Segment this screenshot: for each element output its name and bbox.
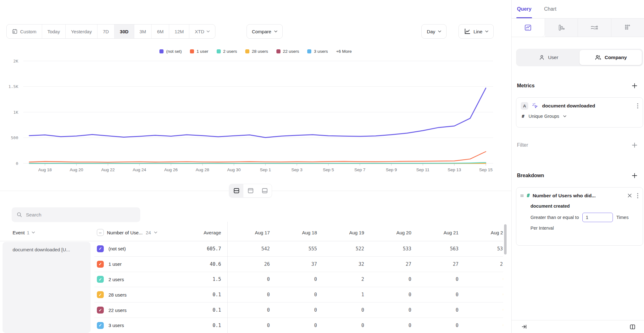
chart-type-dropdown[interactable]: Line: [458, 24, 494, 39]
series-cell: ✓22 users0.1: [94, 307, 227, 314]
arrow-to-right-icon: [521, 324, 527, 330]
value-cell: 0: [463, 307, 503, 313]
condition-value-input[interactable]: [582, 213, 613, 222]
series-line: [29, 152, 486, 162]
range-3m[interactable]: 3M: [134, 25, 152, 38]
scope-company[interactable]: Company: [580, 50, 642, 65]
series-checkbox[interactable]: ✓: [97, 322, 104, 329]
number-type-icon: #: [522, 114, 525, 119]
series-average: 0.1: [213, 323, 227, 328]
series-checkbox[interactable]: ✓: [97, 276, 104, 283]
value-cell: 563: [416, 246, 463, 252]
chevron-down-icon: [274, 30, 277, 32]
scope-user[interactable]: User: [517, 50, 580, 65]
table-row: ✓2 users1.5002000: [94, 272, 503, 287]
plus-icon: [631, 142, 638, 148]
chart-type-flow[interactable]: [578, 19, 611, 37]
breakdown-interval-label[interactable]: Per Interval: [530, 226, 638, 231]
table-row: ✓1 user40.6263732272724: [94, 257, 503, 272]
series-checkbox[interactable]: ✓: [97, 261, 104, 268]
value-cell: 0: [369, 276, 416, 282]
compare-button[interactable]: Compare: [247, 24, 283, 39]
date-column-headers: Aug 17Aug 18Aug 19Aug 20Aug 21Aug 22: [227, 224, 503, 241]
range-yesterday[interactable]: Yesterday: [66, 25, 97, 38]
event-row[interactable]: document downloaded [U...: [3, 242, 91, 257]
metrics-section-header: Metrics: [517, 83, 638, 89]
sidebar-tabs: Query Chart: [512, 0, 644, 19]
range-custom[interactable]: Custom: [7, 25, 42, 38]
breakdown-event-name[interactable]: document created: [530, 204, 638, 209]
breakdown-property-name: Number of Users who did...: [533, 193, 622, 199]
add-metric-button[interactable]: [631, 83, 638, 89]
tab-chart[interactable]: Chart: [544, 0, 556, 18]
chart-type-line[interactable]: [512, 19, 545, 37]
y-axis-label: 1.5K: [8, 84, 18, 89]
range-xtd[interactable]: XTD: [189, 25, 215, 38]
add-breakdown-button[interactable]: [631, 172, 638, 179]
y-axis-label: 500: [11, 135, 18, 140]
breakdown-card: # Number of Users who did... document cr…: [516, 187, 643, 246]
range-today[interactable]: Today: [42, 25, 66, 38]
value-cell: 0: [369, 307, 416, 313]
company-icon: [595, 54, 602, 61]
layout-table-button[interactable]: [258, 184, 272, 197]
breakdown-remove-button[interactable]: [625, 193, 634, 198]
date-column-header: Aug 21: [416, 224, 463, 241]
analytics-page: CustomTodayYesterday7D30D3M6M12MXTD Comp…: [0, 0, 644, 333]
scope-toggle: User Company: [516, 49, 643, 66]
event-column-header[interactable]: Event 1: [13, 224, 35, 241]
value-cell: 0: [322, 307, 369, 313]
metric-aggregation[interactable]: # Unique Groups: [521, 114, 638, 119]
top-panel-icon: [247, 187, 254, 194]
value-cell: 0: [227, 292, 275, 298]
line-chart-icon: [524, 24, 532, 31]
x-axis-label: Sep 9: [386, 167, 397, 172]
value-cell: 0: [275, 292, 322, 298]
range-7d[interactable]: 7D: [97, 25, 114, 38]
x-axis-label: Sep 11: [416, 167, 430, 172]
table-scrollbar[interactable]: [504, 224, 507, 254]
x-axis-label: Sep 7: [354, 167, 365, 172]
breakdown-menu-button[interactable]: [637, 193, 638, 199]
value-cell: 0: [227, 307, 275, 313]
chart-type-scatter[interactable]: [611, 19, 644, 37]
chart-type-bar[interactable]: [545, 19, 578, 37]
query-sidebar: Query Chart: [511, 0, 644, 333]
dots-grid-icon: [624, 24, 631, 31]
metric-letter-badge: A: [521, 102, 528, 110]
split-panel-icon: [630, 324, 636, 330]
metric-menu-button[interactable]: [637, 103, 638, 109]
chart-type-selector: [512, 19, 644, 37]
value-cell: 0: [369, 292, 416, 298]
series-average: 605.7: [207, 246, 227, 252]
table-row: ✓3 users0.1000000: [94, 318, 503, 333]
value-cell: 536: [463, 246, 503, 252]
x-axis-label: Sep 13: [447, 167, 461, 172]
range-30d[interactable]: 30D: [114, 25, 134, 38]
interval-dropdown[interactable]: Day: [421, 24, 447, 39]
range-6m[interactable]: 6M: [152, 25, 169, 38]
metric-card[interactable]: A document downloaded # Unique Groups: [516, 97, 643, 128]
interval-label: Day: [427, 29, 435, 34]
series-checkbox[interactable]: ✓: [97, 291, 104, 298]
metric-card-row: A document downloaded: [521, 102, 638, 110]
tab-query[interactable]: Query: [517, 0, 531, 18]
series-checkbox[interactable]: ✓: [97, 245, 104, 252]
date-column-header: Aug 19: [322, 224, 369, 241]
search-box: [12, 207, 140, 222]
plus-icon: [631, 83, 638, 89]
bar-chart-icon: [558, 24, 565, 31]
collapse-sidebar-button[interactable]: [521, 324, 527, 330]
series-checkbox[interactable]: ✓: [97, 307, 104, 314]
drag-handle-icon[interactable]: [520, 194, 524, 198]
x-axis-label: Aug 30: [227, 167, 241, 172]
table-body: ✓(not set)605.7542555522533563536✓1 user…: [94, 241, 503, 333]
panel-layout-button[interactable]: [630, 324, 636, 330]
layout-chart-button[interactable]: [243, 184, 258, 197]
range-12m[interactable]: 12M: [169, 25, 189, 38]
search-input[interactable]: [26, 212, 135, 218]
x-axis-label: Sep 15: [479, 167, 493, 172]
chevron-down-icon: [207, 30, 210, 32]
add-filter-button[interactable]: [631, 142, 638, 148]
layout-split-button[interactable]: [229, 184, 243, 197]
